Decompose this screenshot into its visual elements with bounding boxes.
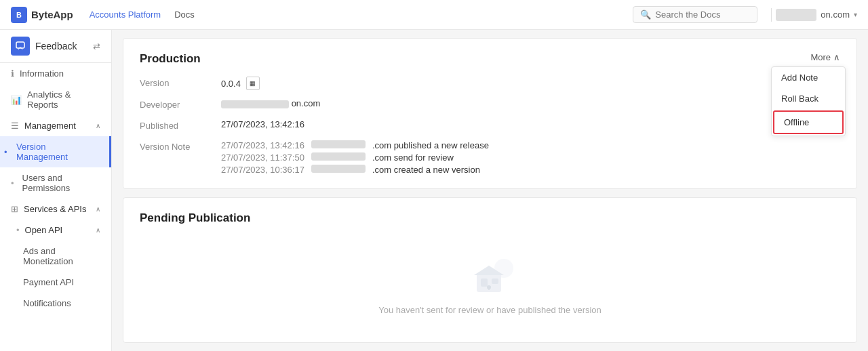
search-icon: 🔍: [640, 9, 651, 20]
note-row-1: 27/07/2023, 13:42:16 .com published a ne…: [221, 140, 840, 150]
services-icon-wrapper: ⊞ Services & APIs: [11, 204, 86, 214]
version-label: Version: [140, 77, 221, 89]
info-icon: ℹ: [11, 68, 14, 79]
analytics-icon: 📊: [11, 95, 22, 105]
note-user-1: [311, 140, 366, 148]
more-chevron-icon: ∧: [833, 52, 840, 62]
divider: [771, 8, 772, 22]
more-label: More: [810, 52, 831, 62]
sidebar-label: Version Management: [11, 142, 98, 162]
user-text: on.com: [821, 9, 850, 20]
published-value: 27/07/2023, 13:42:16: [221, 119, 840, 129]
more-dropdown: Add Note Roll Back Offline: [771, 66, 846, 136]
note-action-1: .com published a new release: [372, 140, 489, 150]
svg-point-6: [487, 285, 491, 289]
nav-accounts-platform[interactable]: Accounts Platform: [90, 9, 161, 20]
sidebar-item-payment[interactable]: Payment API: [0, 272, 111, 293]
user-avatar-blurred: [776, 9, 816, 21]
openapi-icon-wrapper: • Open API: [11, 225, 62, 235]
production-title: Production: [140, 52, 840, 66]
developer-suffix: on.com: [292, 98, 321, 108]
svg-rect-4: [481, 278, 488, 287]
sidebar-label: Analytics & Reports: [27, 89, 100, 110]
dropdown-add-note[interactable]: Add Note: [772, 67, 845, 88]
app-logo[interactable]: B ByteApp: [11, 7, 73, 23]
note-row-3: 27/07/2023, 10:36:17 .com created a new …: [221, 165, 840, 175]
logo-icon: B: [11, 7, 27, 23]
version-number: 0.0.4: [221, 79, 241, 89]
sidebar-item-ads[interactable]: Ads and Monetization: [0, 241, 111, 272]
note-action-2: .com send for review: [372, 152, 454, 163]
pending-title: Pending Publication: [140, 211, 840, 225]
more-button[interactable]: More ∧: [805, 49, 846, 65]
sidebar-item-analytics[interactable]: 📊 Analytics & Reports: [0, 84, 111, 115]
sidebar-label: Management: [24, 121, 76, 131]
user-area: on.com ▾: [771, 8, 857, 22]
sidebar-label: Information: [20, 68, 64, 79]
sidebar-item-services-apis[interactable]: ⊞ Services & APIs ∧: [0, 199, 111, 220]
more-area: More ∧ Add Note Roll Back Offline: [771, 49, 846, 136]
dropdown-offline[interactable]: Offline: [773, 110, 844, 134]
sidebar-label: Ads and Monetization: [11, 246, 100, 266]
qr-icon[interactable]: ▦: [246, 77, 260, 90]
sidebar-item-version-management[interactable]: Version Management: [0, 136, 111, 167]
production-section: Production Version 0.0.4 ▦ Developer on.…: [123, 38, 857, 189]
developer-blurred: [221, 100, 289, 108]
swap-icon[interactable]: ⇄: [93, 41, 100, 51]
sidebar-item-notifications[interactable]: Notifications: [0, 293, 111, 314]
dot-icon: •: [16, 225, 20, 235]
services-icon: ⊞: [11, 204, 18, 214]
note-time-2: 27/07/2023, 11:37:50: [221, 152, 304, 163]
user-chevron-icon[interactable]: ▾: [854, 11, 857, 18]
feedback-header: Feedback ⇄: [0, 30, 111, 63]
sidebar-label: Services & APIs: [24, 204, 86, 214]
main-content: Production Version 0.0.4 ▦ Developer on.…: [112, 30, 868, 351]
sidebar-label: Notifications: [11, 298, 71, 308]
services-chevron-icon: ∧: [96, 205, 100, 213]
note-user-2: [311, 152, 366, 161]
dot-icon: •: [11, 178, 14, 188]
empty-text: You haven't sent for review or have publ…: [378, 305, 601, 315]
version-value-row: 0.0.4 ▦: [221, 77, 840, 90]
management-chevron-icon: ∧: [96, 122, 100, 129]
search-box: 🔍: [633, 6, 757, 23]
openapi-chevron-icon: ∧: [96, 226, 100, 234]
top-nav: B ByteApp Accounts Platform Docs 🔍 on.co…: [0, 0, 868, 30]
dropdown-roll-back[interactable]: Roll Back: [772, 88, 845, 109]
note-action-3: .com created a new version: [372, 165, 480, 175]
developer-value: on.com: [221, 98, 840, 108]
sidebar-label: Open API: [25, 225, 63, 235]
note-time-1: 27/07/2023, 13:42:16: [221, 140, 304, 150]
sidebar: Feedback ⇄ ℹ Information 📊 Analytics & R…: [0, 30, 112, 351]
management-icon: ☰: [11, 121, 19, 131]
svg-rect-5: [492, 278, 498, 284]
feedback-label: Feedback: [11, 37, 77, 56]
empty-illustration: [463, 256, 517, 297]
version-notes: 27/07/2023, 13:42:16 .com published a ne…: [221, 140, 840, 175]
sidebar-item-open-api[interactable]: • Open API ∧: [0, 220, 111, 241]
pending-section: Pending Publication You haven't sent for…: [123, 197, 857, 343]
version-note-label: Version Note: [140, 140, 221, 153]
feedback-icon: [11, 37, 30, 56]
sidebar-item-users-permissions[interactable]: • Users and Permissions: [0, 167, 111, 199]
empty-state: You haven't sent for review or have publ…: [140, 236, 840, 329]
production-info-grid: Version 0.0.4 ▦ Developer on.com Publish…: [140, 77, 840, 175]
sidebar-item-management[interactable]: ☰ Management ∧: [0, 115, 111, 136]
app-name: ByteApp: [31, 9, 73, 20]
nav-docs[interactable]: Docs: [174, 9, 195, 20]
developer-label: Developer: [140, 98, 221, 111]
sidebar-item-information[interactable]: ℹ Information: [0, 63, 111, 84]
sidebar-label: Payment API: [11, 277, 74, 287]
note-user-3: [311, 165, 366, 173]
note-row-2: 27/07/2023, 11:37:50 .com send for revie…: [221, 152, 840, 163]
note-time-3: 27/07/2023, 10:36:17: [221, 165, 304, 175]
published-label: Published: [140, 119, 221, 132]
search-input[interactable]: [655, 9, 750, 20]
nav-links: Accounts Platform Docs: [90, 9, 195, 20]
feedback-text: Feedback: [35, 41, 77, 51]
management-icon-wrapper: ☰ Management: [11, 121, 76, 131]
search-area: 🔍 on.com ▾: [633, 6, 857, 23]
layout: Feedback ⇄ ℹ Information 📊 Analytics & R…: [0, 30, 868, 351]
sidebar-label: Users and Permissions: [20, 173, 100, 193]
